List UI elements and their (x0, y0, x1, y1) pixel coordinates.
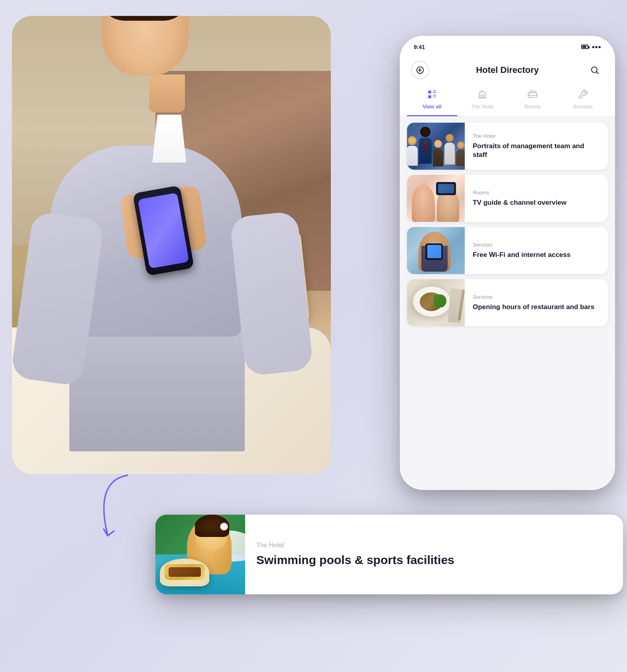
phone-screen: 9:41 ●●● Hotel Directory (400, 36, 615, 490)
svg-rect-4 (428, 90, 431, 94)
card-content: Services Opening hours of restaurant and… (465, 279, 602, 326)
card-content: Rooms TV guide & channel overview (465, 175, 574, 222)
status-bar: 9:41 ●●● (400, 36, 615, 58)
tab-view-all-label: View all (423, 104, 441, 110)
tab-rooms-label: Rooms (524, 104, 541, 110)
search-icon (590, 65, 599, 75)
svg-rect-5 (433, 90, 436, 91)
expanded-card[interactable]: The Hotel Swimming pools & sports facili… (155, 515, 623, 594)
list-item[interactable]: Services Opening hours of restaurant and… (407, 279, 608, 326)
list-item[interactable]: Services Free Wi-Fi and internet access (407, 227, 608, 274)
card-image-restaurant (407, 279, 465, 326)
nav-tabs: View all The Hotel (400, 84, 615, 116)
curved-arrow (96, 471, 143, 545)
tab-services-label: Services (573, 104, 593, 110)
card-image-pool (155, 515, 245, 594)
svg-line-3 (597, 72, 598, 74)
expanded-card-title: Swimming pools & sports facilities (256, 553, 612, 567)
view-all-icon (427, 89, 437, 101)
person-photo-bg (12, 16, 331, 474)
card-image-wifi (407, 227, 465, 274)
card-category: Services (473, 294, 594, 300)
tab-the-hotel[interactable]: The Hotel (457, 86, 507, 116)
tab-services[interactable]: Services (558, 86, 608, 116)
card-category: Services (473, 242, 570, 248)
expanded-card-content: The Hotel Swimming pools & sports facili… (245, 515, 623, 594)
tab-rooms[interactable]: Rooms (507, 86, 558, 116)
svg-rect-8 (433, 95, 436, 96)
tab-the-hotel-label: The Hotel (471, 104, 493, 110)
back-button[interactable] (411, 61, 429, 79)
card-title: Opening hours of restaurant and bars (473, 303, 594, 312)
card-image-tv (407, 175, 465, 222)
svg-rect-6 (433, 92, 436, 93)
services-icon (578, 89, 588, 101)
rooms-icon (527, 89, 538, 101)
phone-mockup: 9:41 ●●● Hotel Directory (400, 36, 615, 490)
list-item[interactable]: Rooms TV guide & channel overview (407, 175, 608, 222)
card-category: Rooms (473, 190, 566, 196)
list-item[interactable]: The Hotel Portraits of management team a… (407, 123, 608, 170)
card-content: Services Free Wi-Fi and internet access (465, 227, 578, 274)
page-title: Hotel Directory (476, 65, 539, 75)
app-header: Hotel Directory (400, 58, 615, 84)
card-content: The Hotel Portraits of management team a… (465, 123, 608, 170)
svg-rect-10 (481, 95, 484, 98)
card-title: Portraits of management team and staff (473, 142, 600, 159)
search-button[interactable] (586, 61, 604, 79)
card-image-staff (407, 123, 465, 170)
card-title: TV guide & channel overview (473, 198, 566, 207)
items-list: The Hotel Portraits of management team a… (400, 116, 615, 490)
svg-rect-9 (433, 96, 436, 97)
tab-view-all[interactable]: View all (407, 86, 457, 116)
card-category: The Hotel (473, 133, 600, 139)
svg-rect-7 (428, 95, 431, 98)
card-title: Free Wi-Fi and internet access (473, 251, 570, 259)
expanded-card-category: The Hotel (256, 542, 612, 549)
hotel-icon (477, 89, 487, 101)
